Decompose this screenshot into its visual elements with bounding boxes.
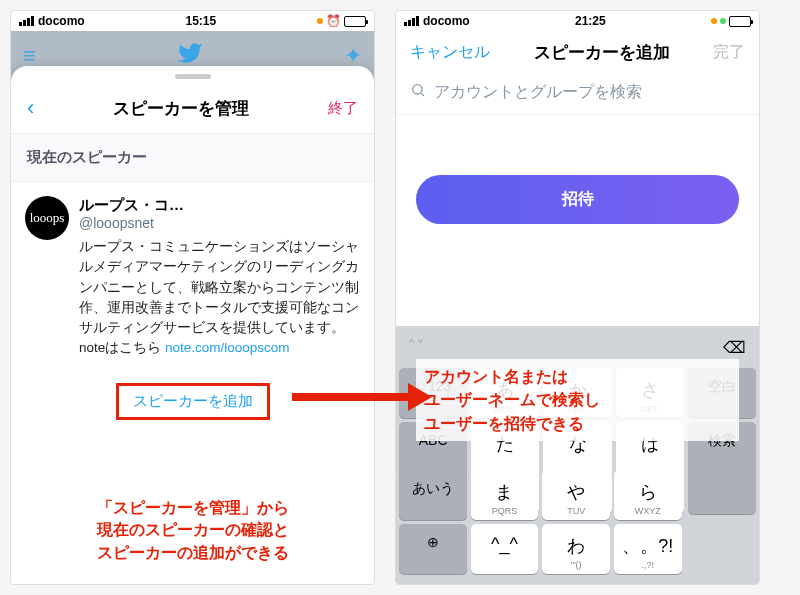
- svg-line-1: [421, 93, 424, 96]
- carrier-label: docomo: [38, 14, 85, 28]
- status-bar: docomo 15:15 ⏰: [11, 11, 374, 31]
- recording-indicator-icon: [317, 18, 323, 24]
- battery-icon: [344, 16, 366, 27]
- key[interactable]: まPQRS: [471, 470, 539, 520]
- backspace-icon[interactable]: ⌫: [720, 336, 748, 358]
- search-icon: [410, 82, 426, 102]
- clock: 15:15: [185, 14, 216, 28]
- search-input[interactable]: [434, 83, 745, 101]
- status-bar: docomo 21:25: [396, 11, 759, 31]
- key[interactable]: わ'"(): [542, 524, 610, 574]
- arrow-icon: [292, 385, 432, 409]
- invite-button[interactable]: 招待: [416, 175, 739, 224]
- speaker-list-item: looops ループス・コ… @looopsnet ループス・コミュニケーション…: [11, 182, 374, 373]
- avatar[interactable]: looops: [25, 196, 69, 240]
- phone-right: docomo 21:25 キャンセル スピーカーを追加 完了 招待 アカウント名…: [395, 10, 760, 585]
- speaker-name: ループス・コ…: [79, 196, 360, 215]
- manage-speakers-sheet: ‹ スピーカーを管理 終了 現在のスピーカー looops ループス・コ… @l…: [11, 66, 374, 584]
- sheet-title: スピーカーを管理: [113, 97, 249, 120]
- add-speaker-nav: キャンセル スピーカーを追加 完了: [396, 31, 759, 74]
- annotation-left: 「スピーカーを管理」から 現在のスピーカーの確認と スピーカーの追加ができる: [11, 497, 374, 564]
- key-mode-kana[interactable]: あいう: [399, 470, 467, 520]
- key[interactable]: らWXYZ: [614, 470, 682, 520]
- done-button-disabled: 完了: [713, 42, 745, 63]
- signal-icon: [19, 16, 34, 26]
- signal-icon: [404, 16, 419, 26]
- key-globe[interactable]: ⊕: [399, 524, 467, 574]
- bio-link[interactable]: note.com/looopscom: [165, 340, 290, 355]
- sheet-handle[interactable]: [175, 74, 211, 79]
- recording-indicator-icon: [711, 18, 717, 24]
- battery-charging-icon: [729, 16, 751, 27]
- key[interactable]: 、。?!.,?!: [614, 524, 682, 574]
- indicator-icon: [720, 18, 726, 24]
- page-title: スピーカーを追加: [534, 41, 670, 64]
- carrier-label: docomo: [423, 14, 470, 28]
- section-current-speakers: 現在のスピーカー: [11, 134, 374, 182]
- back-chevron-icon[interactable]: ‹: [27, 95, 34, 121]
- key[interactable]: やTUV: [542, 470, 610, 520]
- cancel-button[interactable]: キャンセル: [410, 42, 490, 63]
- kb-down-icon[interactable]: ˅: [416, 336, 425, 358]
- kb-up-icon[interactable]: ˄: [407, 336, 416, 358]
- speaker-bio: ループス・コミュニケーションズはソーシャルメディアマーケティングのリーディングカ…: [79, 237, 360, 359]
- speaker-handle: @looopsnet: [79, 215, 360, 231]
- search-row: [396, 74, 759, 115]
- key[interactable]: ^_^: [471, 524, 539, 574]
- done-button[interactable]: 終了: [328, 99, 358, 118]
- add-speaker-link[interactable]: スピーカーを追加: [116, 383, 270, 420]
- svg-point-0: [413, 85, 422, 94]
- phone-left: docomo 15:15 ⏰ ≡ ✦ ‹ スピーカーを管理 終了 現在のスピーカ…: [10, 10, 375, 585]
- annotation-right: アカウント名または ユーザーネームで検索し ユーザーを招待できる: [416, 359, 739, 441]
- alarm-icon: ⏰: [326, 14, 341, 28]
- clock: 21:25: [575, 14, 606, 28]
